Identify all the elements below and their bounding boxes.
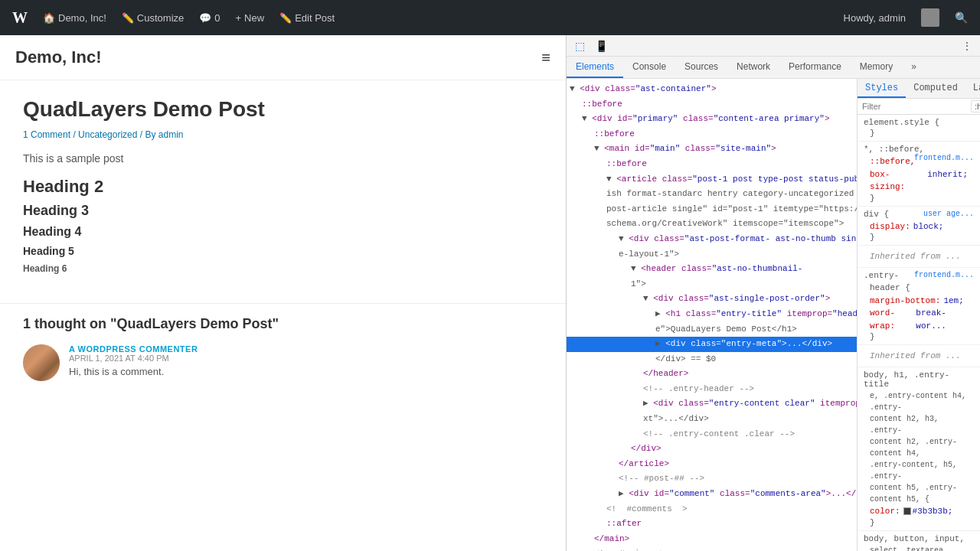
expand-icon[interactable] [619, 489, 624, 498]
style-rule: *, ::before, frontend.m... ::before, box… [858, 142, 980, 207]
dom-line[interactable]: <div class="ast-single-post-order"> [567, 292, 857, 307]
style-source[interactable]: frontend.m... [914, 271, 974, 279]
expand-icon[interactable] [606, 174, 612, 184]
style-closing: } [864, 518, 974, 527]
style-closing: } [864, 194, 974, 203]
edit-icon: ✏️ [279, 12, 292, 24]
dom-line[interactable]: </header> [567, 367, 857, 382]
post-excerpt: This is a sample post [23, 152, 528, 165]
dom-line[interactable]: ::before [567, 157, 857, 172]
style-prop: ::before, [864, 155, 914, 168]
devtools-content: <div class="ast-container"> ::before <di… [567, 79, 980, 551]
dom-line[interactable]: 1"> [567, 277, 857, 292]
expand-icon[interactable] [643, 399, 648, 408]
expand-icon[interactable] [582, 114, 587, 123]
author-link[interactable]: admin [158, 129, 184, 140]
dom-line[interactable]: <article class="post-1 post type-post st… [567, 172, 857, 187]
site-name-button[interactable]: 🏠 Demo, Inc! [37, 9, 113, 27]
expand-icon[interactable] [570, 84, 575, 93]
dom-line[interactable]: <div id="primary" class="content-area pr… [567, 112, 857, 127]
dom-line[interactable]: ::before [567, 127, 857, 142]
expand-icon[interactable] [631, 264, 636, 273]
wordpress-logo-button[interactable]: W [6, 6, 34, 30]
dom-line[interactable]: xt">...</div> [567, 412, 857, 427]
dom-line[interactable]: <!-- #post-## --> [567, 471, 857, 487]
tab-computed[interactable]: Computed [906, 80, 965, 98]
dom-line[interactable]: e-layout-1"> [567, 247, 857, 262]
dom-line[interactable]: <!-- .entry-header --> [567, 382, 857, 397]
style-closing: } [864, 129, 974, 138]
dom-line[interactable]: </div> == $0 [567, 352, 857, 367]
dom-line[interactable]: <div id="comment" class="comments-area">… [567, 487, 857, 502]
new-button[interactable]: + New [230, 9, 271, 27]
style-source[interactable]: frontend.m... [914, 154, 974, 162]
comments-count: 0 [214, 12, 220, 24]
dom-line[interactable]: e">QuadLayers Demo Post</h1> [567, 322, 857, 337]
expand-icon[interactable] [594, 144, 599, 153]
dom-line[interactable]: <header class="ast-no-thumbnail- [567, 262, 857, 277]
expand-icon[interactable] [655, 309, 661, 318]
tab-layout[interactable]: Lay... [965, 80, 980, 98]
search-button[interactable]: 🔍 [949, 8, 974, 27]
devtools-panel: ⬚ 📱 ⋮ Elements Console Sources Network P… [567, 35, 980, 551]
style-selector: body, h1, .entry-title [864, 370, 974, 389]
more-tools-button[interactable]: ⋮ [957, 37, 977, 55]
styles-panel: Styles Computed Lay... :hov element.styl… [858, 79, 980, 551]
style-prop: .entry-content, h5, .entry- [864, 459, 974, 482]
dom-line[interactable]: <h1 class="entry-title" itemprop="headli… [567, 307, 857, 322]
dom-line[interactable]: <!-- .entry-content .clear --> [567, 427, 857, 442]
style-source[interactable]: user age... [923, 210, 974, 218]
dom-line[interactable]: ::before [567, 97, 857, 112]
tab-styles[interactable]: Styles [858, 80, 906, 98]
edit-post-button[interactable]: ✏️ Edit Post [273, 9, 341, 27]
style-prop: content h5, .entry-content h5, { [864, 482, 974, 505]
comment-item: A WORDPRESS COMMENTER APRIL 1, 2021 AT 4… [23, 344, 543, 381]
dom-pseudo: ::before [606, 159, 647, 168]
filter-bar: :hov [858, 99, 980, 115]
expand-icon[interactable] [619, 234, 624, 243]
site-name-label: Demo, Inc! [58, 12, 106, 24]
comments-button[interactable]: 💬 0 [193, 9, 226, 27]
tab-performance[interactable]: Performance [779, 57, 851, 78]
customize-button[interactable]: ✏️ Customize [116, 9, 190, 27]
devtools-toolbar: ⬚ 📱 ⋮ [567, 35, 980, 57]
avatar-button[interactable] [915, 5, 946, 30]
style-rule: div { user age... display: block; } [858, 207, 980, 246]
expand-icon[interactable] [655, 339, 661, 348]
filter-input[interactable] [862, 102, 968, 111]
expand-icon[interactable] [643, 294, 648, 303]
tab-network[interactable]: Network [727, 57, 779, 78]
dom-line[interactable]: </main> [567, 532, 857, 547]
dom-line[interactable]: </div> [567, 442, 857, 457]
tab-more[interactable]: » [902, 57, 926, 78]
tab-console[interactable]: Console [623, 57, 675, 78]
dom-line-selected[interactable]: <div class="entry-meta">...</div> [567, 337, 857, 352]
device-toolbar-button[interactable]: 📱 [591, 37, 611, 55]
new-label: New [244, 12, 264, 24]
dom-tag: <div id= [592, 114, 632, 123]
devtools-tabs: Elements Console Sources Network Perform… [567, 57, 980, 79]
tab-elements[interactable]: Elements [567, 57, 623, 78]
inspect-element-button[interactable]: ⬚ [570, 37, 590, 55]
dom-line[interactable]: ::after [567, 517, 857, 532]
dom-line[interactable]: <!-- #main --> [567, 546, 857, 551]
dom-line[interactable]: <div class="entry-content clear" itempro… [567, 396, 857, 412]
dom-line[interactable]: <! #comments > [567, 502, 857, 517]
dom-line[interactable]: ish format-standarc hentry category-unca… [567, 187, 857, 202]
dom-line[interactable]: </article> [567, 457, 857, 472]
dom-line[interactable]: schema.org/CreativeWork" itemscope="item… [567, 217, 857, 232]
dom-line[interactable]: <main id="main" class="site-main"> [567, 142, 857, 157]
dom-panel[interactable]: <div class="ast-container"> ::before <di… [567, 79, 858, 551]
style-selector: .entry- frontend.m... [864, 271, 974, 280]
dom-line[interactable]: post-article single" id="post-1" itemtyp… [567, 202, 857, 217]
tab-memory[interactable]: Memory [851, 57, 902, 78]
hov-button[interactable]: :hov [971, 100, 980, 112]
comments-link[interactable]: 1 Comment [23, 129, 70, 140]
category-link[interactable]: Uncategorized [78, 129, 137, 140]
dom-line[interactable]: <div class="ast-container"> [567, 82, 857, 97]
hamburger-menu-icon[interactable]: ≡ [541, 49, 550, 67]
dom-line[interactable]: <div class="ast-post-format- ast-no-thum… [567, 232, 857, 247]
admin-avatar [921, 8, 939, 27]
tab-sources[interactable]: Sources [675, 57, 727, 78]
style-rule: body, button, input, select, textarea, .… [858, 531, 980, 552]
